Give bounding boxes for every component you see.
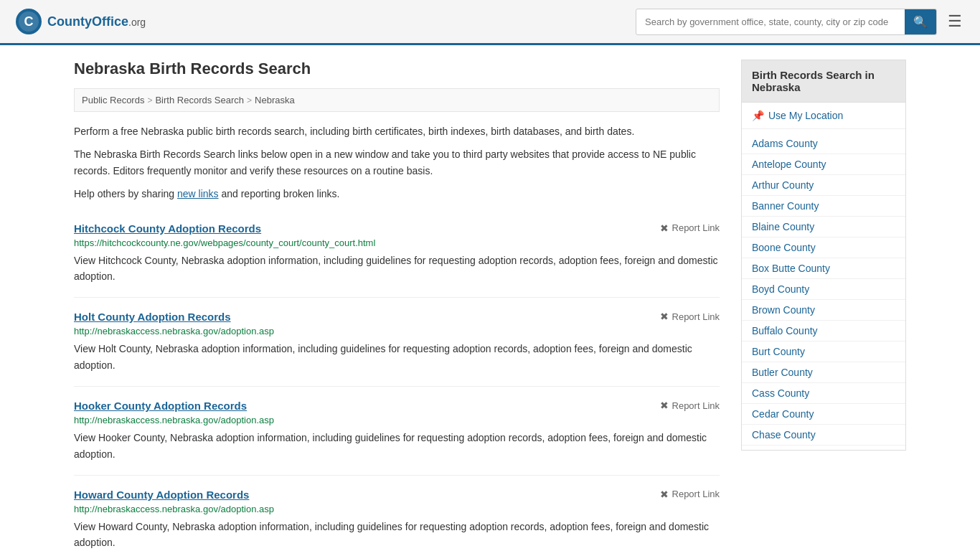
menu-icon[interactable]: ☰ <box>944 9 966 34</box>
result-title-0[interactable]: Hitchcock County Adoption Records <box>74 222 261 235</box>
result-desc-3: View Howard County, Nebraska adoption in… <box>74 519 720 551</box>
result-item: Hooker County Adoption Records ✖ Report … <box>74 387 720 476</box>
results-container: Hitchcock County Adoption Records ✖ Repo… <box>74 209 720 551</box>
county-item: Adams County <box>742 133 905 154</box>
result-header: Hooker County Adoption Records ✖ Report … <box>74 400 720 412</box>
result-header: Hitchcock County Adoption Records ✖ Repo… <box>74 222 720 235</box>
header: C CountyOffice.org 🔍 ☰ <box>0 0 980 45</box>
location-icon: 📌 <box>752 110 764 121</box>
county-item: Burt County <box>742 342 905 362</box>
result-url-3[interactable]: http://nebraskaccess.nebraska.gov/adopti… <box>74 504 720 514</box>
new-links-link[interactable]: new links <box>177 188 219 199</box>
result-item: Holt County Adoption Records ✖ Report Li… <box>74 298 720 387</box>
sidebar-box: Birth Records Search in Nebraska 📌 Use M… <box>741 60 906 451</box>
report-link-2[interactable]: ✖ Report Link <box>660 400 720 411</box>
county-link-10[interactable]: Burt County <box>752 346 805 357</box>
result-desc-2: View Hooker County, Nebraska adoption in… <box>74 430 720 462</box>
breadcrumb-public-records[interactable]: Public Records <box>82 95 144 105</box>
county-link-14[interactable]: Chase County <box>752 429 816 441</box>
report-icon-3: ✖ <box>660 489 669 500</box>
county-item: Butler County <box>742 362 905 383</box>
result-header: Howard County Adoption Records ✖ Report … <box>74 489 720 501</box>
county-item: Boone County <box>742 237 905 258</box>
county-item: Blaine County <box>742 217 905 237</box>
county-list: Adams CountyAntelope CountyArthur County… <box>742 129 905 450</box>
result-desc-0: View Hitchcock County, Nebraska adoption… <box>74 253 720 285</box>
report-link-0[interactable]: ✖ Report Link <box>660 222 720 234</box>
county-item: Cass County <box>742 383 905 404</box>
county-item: Boyd County <box>742 279 905 300</box>
breadcrumb: Public Records > Birth Records Search > … <box>74 88 720 112</box>
county-link-11[interactable]: Butler County <box>752 367 813 378</box>
breadcrumb-current: Nebraska <box>255 95 295 105</box>
county-item: Cedar County <box>742 404 905 425</box>
county-link-12[interactable]: Cass County <box>752 387 809 399</box>
search-bar: 🔍 <box>636 9 937 35</box>
result-title-2[interactable]: Hooker County Adoption Records <box>74 400 247 412</box>
intro-paragraph-3: Help others by sharing new links and rep… <box>74 186 720 202</box>
logo-text: CountyOffice.org <box>47 14 146 29</box>
county-link-4[interactable]: Blaine County <box>752 221 814 232</box>
use-my-location-link[interactable]: Use My Location <box>768 110 843 121</box>
county-link-8[interactable]: Brown County <box>752 304 815 316</box>
main-container: Nebraska Birth Records Search Public Rec… <box>60 45 920 551</box>
county-link-9[interactable]: Buffalo County <box>752 325 818 336</box>
county-item: Arthur County <box>742 175 905 196</box>
county-item: Box Butte County <box>742 258 905 279</box>
county-link-1[interactable]: Antelope County <box>752 159 826 170</box>
county-link-7[interactable]: Boyd County <box>752 283 809 295</box>
county-item: Chase County <box>742 425 905 446</box>
report-icon-0: ✖ <box>660 222 669 234</box>
county-link-3[interactable]: Banner County <box>752 200 819 212</box>
header-right: 🔍 ☰ <box>636 9 966 35</box>
sidebar-title: Birth Records Search in Nebraska <box>742 60 905 103</box>
logo-area: C CountyOffice.org <box>14 7 146 36</box>
main-content: Nebraska Birth Records Search Public Rec… <box>74 60 720 551</box>
county-link-2[interactable]: Arthur County <box>752 179 814 191</box>
county-link-6[interactable]: Box Butte County <box>752 263 830 274</box>
logo-icon: C <box>14 7 43 36</box>
result-url-2[interactable]: http://nebraskaccess.nebraska.gov/adopti… <box>74 415 720 425</box>
county-item: Antelope County <box>742 154 905 175</box>
sidebar-location: 📌 Use My Location <box>742 103 905 129</box>
search-button[interactable]: 🔍 <box>905 9 936 34</box>
breadcrumb-birth-records[interactable]: Birth Records Search <box>155 95 244 105</box>
county-item: Buffalo County <box>742 321 905 342</box>
breadcrumb-sep-1: > <box>147 95 152 105</box>
result-url-1[interactable]: http://nebraskaccess.nebraska.gov/adopti… <box>74 326 720 336</box>
breadcrumb-sep-2: > <box>247 95 252 105</box>
county-link-5[interactable]: Boone County <box>752 242 816 253</box>
intro-paragraph-1: Perform a free Nebraska public birth rec… <box>74 123 720 139</box>
result-item: Hitchcock County Adoption Records ✖ Repo… <box>74 209 720 298</box>
county-item: Brown County <box>742 300 905 321</box>
intro-paragraph-2: The Nebraska Birth Records Search links … <box>74 146 720 179</box>
result-title-1[interactable]: Holt County Adoption Records <box>74 311 231 323</box>
page-title: Nebraska Birth Records Search <box>74 60 720 78</box>
report-icon-2: ✖ <box>660 400 669 411</box>
report-link-1[interactable]: ✖ Report Link <box>660 311 720 322</box>
result-url-0[interactable]: https://hitchcockcounty.ne.gov/webpages/… <box>74 237 720 248</box>
result-header: Holt County Adoption Records ✖ Report Li… <box>74 311 720 323</box>
county-link-13[interactable]: Cedar County <box>752 408 814 420</box>
report-link-3[interactable]: ✖ Report Link <box>660 489 720 500</box>
result-desc-1: View Holt County, Nebraska adoption info… <box>74 341 720 373</box>
search-input[interactable] <box>636 11 905 33</box>
report-icon-1: ✖ <box>660 311 669 322</box>
result-title-3[interactable]: Howard County Adoption Records <box>74 489 249 501</box>
county-link-0[interactable]: Adams County <box>752 138 818 149</box>
county-item: Banner County <box>742 196 905 217</box>
sidebar: Birth Records Search in Nebraska 📌 Use M… <box>741 60 906 551</box>
svg-text:C: C <box>24 14 34 29</box>
result-item: Howard County Adoption Records ✖ Report … <box>74 476 720 551</box>
